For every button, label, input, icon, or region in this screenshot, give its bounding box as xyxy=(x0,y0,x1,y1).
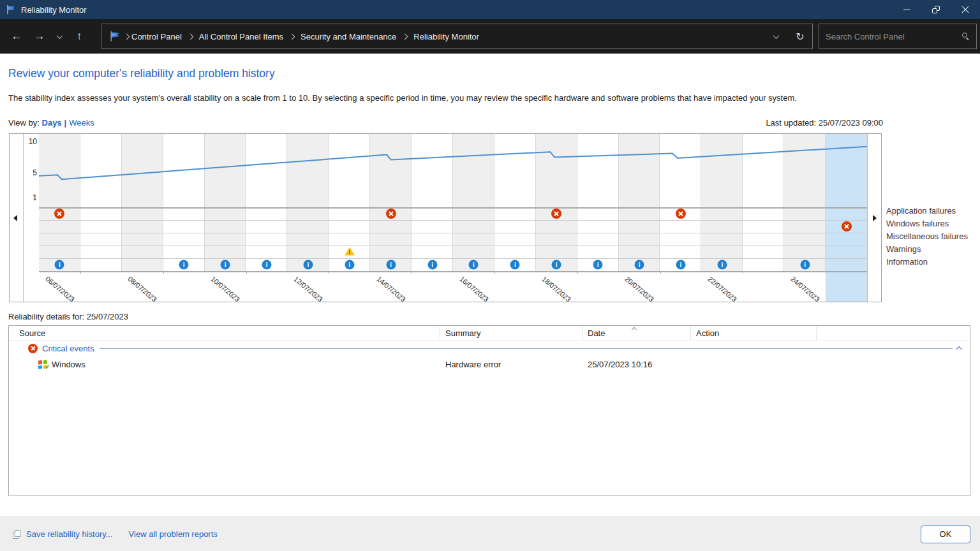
forward-button[interactable]: → xyxy=(28,25,51,48)
legend-item: Information xyxy=(886,256,968,268)
x-axis-date-label: 14/07/2023 xyxy=(375,275,407,302)
column-header-label: Date xyxy=(588,328,605,338)
information-event-icon[interactable]: i xyxy=(635,260,644,270)
view-by-row: View by: Days|Weeks Last updated: 25/07/… xyxy=(8,118,883,128)
view-by-weeks-link[interactable]: Weeks xyxy=(69,118,94,128)
legend-item: Miscellaneous failures xyxy=(886,230,968,243)
recent-pages-button[interactable] xyxy=(51,25,68,48)
y-axis-tick-label: 10 xyxy=(29,137,37,146)
column-header-label: Summary xyxy=(445,328,481,338)
chevron-right-icon xyxy=(187,33,193,40)
chart-grid-line xyxy=(39,258,867,259)
legend-item: Windows failures xyxy=(886,217,968,230)
x-axis-date-label: 20/07/2023 xyxy=(623,275,655,302)
chart-grid-line xyxy=(39,271,867,272)
breadcrumb-item-control-panel[interactable]: Control Panel xyxy=(131,32,182,41)
information-event-icon[interactable]: i xyxy=(427,260,437,270)
information-event-icon[interactable]: i xyxy=(386,260,396,270)
chevron-down-icon xyxy=(56,33,63,39)
view-by-separator: | xyxy=(64,118,67,128)
column-header-action[interactable]: Action xyxy=(691,326,817,340)
information-event-icon[interactable]: i xyxy=(593,260,603,270)
sort-ascending-icon xyxy=(632,327,637,332)
breadcrumb-item-all-control-panel-items[interactable]: All Control Panel Items xyxy=(199,32,283,41)
save-history-icon xyxy=(13,530,21,539)
chevron-right-icon xyxy=(289,33,295,40)
information-event-icon[interactable]: i xyxy=(55,260,64,270)
breadcrumb-item-reliability-monitor[interactable]: Reliability Monitor xyxy=(413,32,479,41)
address-dropdown-button[interactable] xyxy=(764,24,788,48)
x-axis-date-label: 18/07/2023 xyxy=(541,275,573,302)
table-row[interactable]: ✓WindowsHardware error25/07/2023 10:16 xyxy=(9,356,970,373)
reliability-monitor-flag-icon xyxy=(6,4,16,15)
table-group-row[interactable]: Critical events xyxy=(9,341,970,356)
chart-legend: Application failuresWindows failuresMisc… xyxy=(886,133,968,302)
search-box[interactable] xyxy=(819,24,977,49)
view-by-switch: View by: Days|Weeks xyxy=(8,118,94,128)
cell-source: ✓Windows xyxy=(9,360,440,369)
source-label: Windows xyxy=(52,360,85,369)
information-event-icon[interactable]: i xyxy=(262,260,271,270)
collapse-group-icon[interactable] xyxy=(956,346,962,352)
legend-item: Application failures xyxy=(886,205,968,217)
view-by-days-link[interactable]: Days xyxy=(42,118,62,128)
information-event-icon[interactable]: i xyxy=(303,260,313,270)
scroll-right-icon xyxy=(873,215,877,221)
column-header-source[interactable]: Source xyxy=(9,326,440,340)
information-event-icon[interactable]: i xyxy=(179,260,189,270)
title-bar: Reliability Monitor xyxy=(0,0,980,19)
error-event-icon[interactable] xyxy=(676,209,686,219)
information-event-icon[interactable]: i xyxy=(552,260,561,270)
cell-summary: Hardware error xyxy=(440,360,583,369)
save-reliability-history-link[interactable]: Save reliability history... xyxy=(26,529,113,539)
search-icon[interactable] xyxy=(962,33,970,40)
warning-event-icon[interactable]: ! xyxy=(345,247,355,256)
restore-icon xyxy=(932,6,940,13)
chart-plot-area: !iiiiiiiiiiiiiiii06/07/202308/07/202310/… xyxy=(39,134,867,302)
last-updated-label: Last updated: 25/07/2023 09:00 xyxy=(766,118,883,128)
information-event-icon[interactable]: i xyxy=(469,260,479,270)
navigation-toolbar: ← → ↑ Control PanelAll Control Panel Ite… xyxy=(0,19,980,54)
page-title: Review your computer's reliability and p… xyxy=(8,54,980,80)
column-header-date[interactable]: Date xyxy=(583,326,691,340)
minimize-button[interactable] xyxy=(892,0,921,19)
information-event-icon[interactable]: i xyxy=(510,260,520,270)
column-header-summary[interactable]: Summary xyxy=(440,326,583,340)
error-event-icon[interactable] xyxy=(551,209,561,219)
address-bar[interactable]: Control PanelAll Control Panel ItemsSecu… xyxy=(101,24,813,49)
search-input[interactable] xyxy=(826,32,962,41)
chart-scroll-right[interactable] xyxy=(867,134,881,302)
chart-scroll-left[interactable] xyxy=(10,134,24,302)
breadcrumb-flag-icon xyxy=(109,31,121,42)
information-event-icon[interactable]: i xyxy=(717,260,727,270)
chart-grid-line xyxy=(39,220,867,221)
chart-grid-line xyxy=(39,246,867,246)
restore-button[interactable] xyxy=(921,0,951,19)
chevron-right-icon xyxy=(402,33,408,40)
breadcrumb-item-security-and-maintenance[interactable]: Security and Maintenance xyxy=(301,32,396,41)
main-content: Review your computer's reliability and p… xyxy=(0,54,980,517)
error-event-icon[interactable] xyxy=(54,209,64,219)
close-button[interactable] xyxy=(951,0,980,19)
information-event-icon[interactable]: i xyxy=(221,260,230,270)
error-event-icon[interactable] xyxy=(386,209,396,219)
information-event-icon[interactable]: i xyxy=(345,260,354,270)
window-title: Reliability Monitor xyxy=(21,5,892,15)
x-axis-date-label: 08/07/2023 xyxy=(127,275,159,302)
group-rule xyxy=(100,348,953,349)
x-axis-date-label: 24/07/2023 xyxy=(789,275,821,302)
column-header-label: Source xyxy=(19,328,45,338)
up-button[interactable]: ↑ xyxy=(68,25,91,48)
stability-chart-frame: 1051 !iiiiiiiiiiiiiiii06/07/202308/07/20… xyxy=(9,133,882,302)
x-axis-date-label: 06/07/2023 xyxy=(44,275,76,302)
page-description: The stability index assesses your system… xyxy=(8,93,980,103)
error-event-icon[interactable] xyxy=(842,221,852,231)
view-all-problem-reports-link[interactable]: View all problem reports xyxy=(129,529,218,539)
back-button[interactable]: ← xyxy=(5,25,28,48)
refresh-button[interactable]: ↻ xyxy=(788,24,812,48)
ok-button[interactable]: OK xyxy=(921,525,970,543)
critical-error-icon xyxy=(28,344,38,353)
x-axis-date-label: 22/07/2023 xyxy=(706,275,738,302)
information-event-icon[interactable]: i xyxy=(800,260,810,270)
information-event-icon[interactable]: i xyxy=(676,260,685,270)
